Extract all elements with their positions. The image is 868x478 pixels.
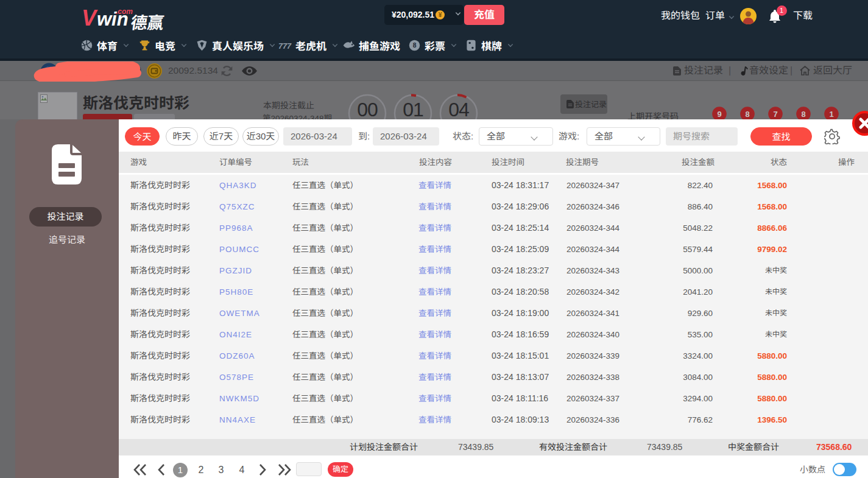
svg-text:777: 777 bbox=[278, 42, 292, 51]
svg-text:04: 04 bbox=[448, 99, 469, 119]
svg-text:8: 8 bbox=[745, 110, 749, 119]
svg-text:1: 1 bbox=[829, 110, 833, 119]
svg-text:00: 00 bbox=[357, 99, 378, 119]
svg-text:8: 8 bbox=[801, 110, 805, 119]
svg-text:7: 7 bbox=[773, 110, 777, 119]
svg-text:¥: ¥ bbox=[439, 12, 442, 18]
svg-text:9: 9 bbox=[717, 110, 721, 119]
svg-text:01: 01 bbox=[403, 99, 423, 119]
svg-text:8: 8 bbox=[413, 42, 417, 49]
